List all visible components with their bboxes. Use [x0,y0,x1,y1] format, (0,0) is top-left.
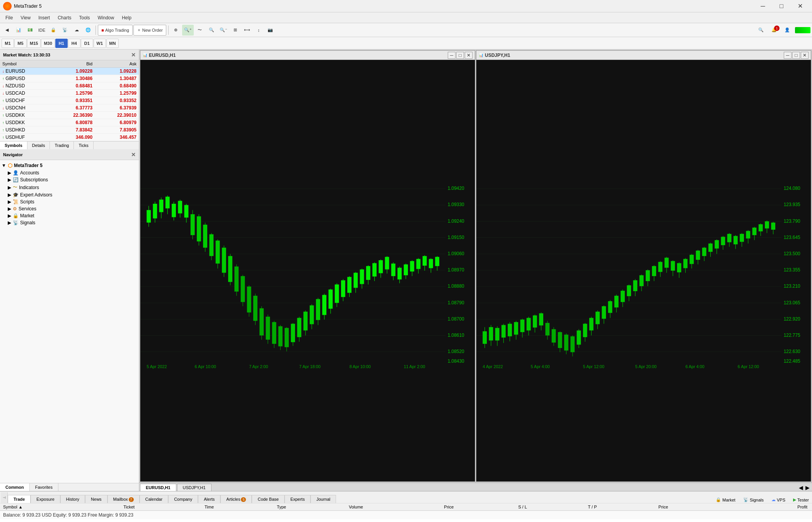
auto-scroll-btn[interactable]: ↕ [253,25,264,36]
nav-scripts[interactable]: ▶ 📜 Scripts [0,198,139,205]
nav-market[interactable]: ▶ 🔒 Market [0,212,139,219]
market-watch-row[interactable]: ↓ EURUSD 1.09228 1.09228 [0,68,139,75]
tf-d1[interactable]: D1 [81,39,93,48]
market-watch-row[interactable]: ↑ USDCHF 0.93351 0.93352 [0,97,139,104]
terminal-tab-articles[interactable]: Articles5 [220,495,252,503]
nav-services[interactable]: ▶ ⚙ Services [0,205,139,212]
terminal-tab-journal[interactable]: Journal [310,495,336,503]
menu-help[interactable]: Help [118,14,135,22]
tf-mn[interactable]: MN [106,39,119,48]
menu-insert[interactable]: Insert [34,14,54,22]
wave-btn[interactable]: 〜 [194,25,205,36]
lock-btn[interactable]: 🔒 [48,25,59,36]
search-btn[interactable]: 🔍 [756,25,766,36]
chart-btn[interactable]: 📊 [13,25,24,36]
menu-charts[interactable]: Charts [54,14,75,22]
market-watch-row[interactable]: ↓ USDCAD 1.25796 1.25799 [0,90,139,97]
minimize-button[interactable]: ─ [754,0,772,12]
market-watch-row[interactable]: ↑ USDHUF 346.090 346.457 [0,134,139,141]
menu-view[interactable]: View [17,14,34,22]
nav-tab-common[interactable]: Common [0,483,30,491]
nav-metatrader5[interactable]: ▼ ⬡ MetaTrader 5 [0,162,139,169]
menu-tools[interactable]: Tools [75,14,94,22]
scroll-btn[interactable]: ⟷ [242,25,252,36]
terminal-tab-codebase[interactable]: Code Base [252,495,284,503]
cash-btn[interactable]: 💵 [25,25,36,36]
market-watch-row[interactable]: ↓ NZDUSD 0.68481 0.68490 [0,82,139,90]
globe-btn[interactable]: 🌐 [83,25,94,36]
market-watch-row[interactable]: ↑ USDHKD 7.83842 7.83905 [0,126,139,134]
market-watch-row[interactable]: ↑ USDDKK 6.80878 6.80979 [0,119,139,126]
eurusd-maximize[interactable]: □ [456,52,464,59]
screenshot-btn[interactable]: 📷 [265,25,276,36]
nav-subscriptions[interactable]: ▶ 🔄 Subscriptions [0,176,139,183]
chart-scroll-left[interactable]: ◀ [799,484,803,491]
usdjpy-close[interactable]: ✕ [801,52,809,59]
new-order-button[interactable]: ＋ New Order [133,25,166,36]
tf-m5[interactable]: M5 [14,39,27,48]
svg-rect-153 [539,313,543,325]
tab-details[interactable]: Details [27,142,50,149]
terminal-tab-mailbox[interactable]: Mailbox7 [107,495,140,503]
tf-w1[interactable]: W1 [94,39,106,48]
close-button[interactable]: ✕ [791,0,809,12]
nav-experts[interactable]: ▶ 🎓 Expert Advisors [0,191,139,198]
zoom-in-btn[interactable]: 🔍⁺ [182,25,194,36]
zoom-chart-btn[interactable]: 🔍 [206,25,217,36]
tester-link[interactable]: ▶ Tester [791,496,811,503]
chart-tab-eurusd[interactable]: EURUSD,H1 [140,484,176,491]
account-btn[interactable]: 👤 [782,25,793,36]
terminal-tab-exposure[interactable]: Exposure [31,495,60,503]
terminal-tab-experts[interactable]: Experts [285,495,310,503]
market-watch-scroll[interactable]: Symbol Bid Ask ↓ EURUSD 1.09228 1.09228 … [0,60,139,141]
eurusd-minimize[interactable]: ─ [448,52,455,59]
nav-accounts[interactable]: ▶ 👤 Accounts [0,169,139,176]
terminal-tab-calendar[interactable]: Calendar [140,495,169,503]
usdjpy-minimize[interactable]: ─ [784,52,792,59]
back-button[interactable]: ◀ [2,25,12,36]
chart-scroll-right[interactable]: ▶ [805,484,810,491]
maximize-button[interactable]: □ [773,0,790,12]
market-watch-row[interactable]: ↑ USDDKK 22.36390 22.39010 [0,112,139,119]
ide-btn[interactable]: IDE [36,25,47,36]
radio-btn[interactable]: 📡 [60,25,70,36]
nav-signals[interactable]: ▶ 📡 Signals [0,219,139,226]
vps-link[interactable]: ☁ VPS [769,496,788,503]
nav-indicators[interactable]: ▶ 〜 Indicators [0,183,139,191]
toolbox-toggle[interactable]: ⊣ [1,492,8,503]
zoom-out-btn[interactable]: 🔍⁻ [218,25,229,36]
crosshair-btn[interactable]: ⊕ [171,25,181,36]
terminal-tab-news[interactable]: News [85,495,107,503]
signals-link[interactable]: 📡 Signals [741,496,766,503]
tab-ticks[interactable]: Ticks [74,142,93,149]
tab-symbols[interactable]: Symbols [0,142,27,149]
market-watch-close[interactable]: ✕ [131,52,136,58]
eurusd-close[interactable]: ✕ [465,52,473,59]
nav-tab-favorites[interactable]: Favorites [30,483,58,491]
terminal-tab-history[interactable]: History [60,495,85,503]
grid-btn[interactable]: ⊞ [230,25,241,36]
cloud-btn[interactable]: ☁ [71,25,82,36]
terminal-tab-alerts[interactable]: Alerts [198,495,220,503]
navigator-content[interactable]: ▼ ⬡ MetaTrader 5 ▶ 👤 Accounts ▶ 🔄 Subscr… [0,160,139,483]
tf-m1[interactable]: M1 [2,39,14,48]
tf-m15[interactable]: M15 [27,39,41,48]
market-watch-row[interactable]: ↑ GBPUSD 1.30486 1.30487 [0,75,139,82]
market-watch-row[interactable]: ↓ USDCNH 6.37773 6.37939 [0,104,139,112]
navigator-close[interactable]: ✕ [131,152,136,158]
algo-trading-button[interactable]: ■ Algo Trading [98,25,132,36]
eurusd-chart-body[interactable]: 1.09420 1.09330 1.09240 1.09150 1.09060 … [140,60,475,481]
tab-trading[interactable]: Trading [50,142,74,149]
menu-file[interactable]: File [2,14,17,22]
tf-m30[interactable]: M30 [41,39,55,48]
menu-window[interactable]: Window [94,14,118,22]
chart-tab-usdjpy[interactable]: USDJPY,H1 [177,484,212,491]
tf-h1[interactable]: H1 [55,39,68,48]
market-link[interactable]: 🔒 Market [713,496,738,503]
terminal-tab-company[interactable]: Company [168,495,198,503]
usdjpy-maximize[interactable]: □ [792,52,800,59]
terminal-tab-trade[interactable]: Trade [8,495,31,503]
subscriptions-icon: 🔄 [13,177,19,183]
tf-h4[interactable]: H4 [68,39,80,48]
usdjpy-chart-body[interactable]: 124.080 123.935 123.790 123.645 123.500 … [476,60,811,481]
